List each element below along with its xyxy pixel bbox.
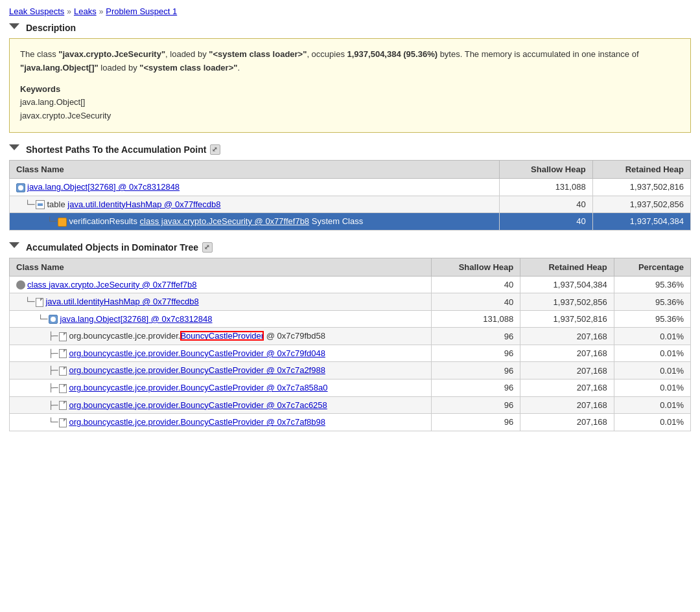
dominator-title: Accumulated Objects in Dominator Tree xyxy=(26,242,198,253)
tree-prefix-sp3: └─ xyxy=(47,217,56,226)
shortest-paths-table: Class Name Shallow Heap Retained Heap ja… xyxy=(9,160,691,231)
dt-row-4-retained: 207,168 xyxy=(520,328,614,345)
tree-prefix-dt5: ├─ xyxy=(49,349,58,358)
col-retained-dt: Retained Heap xyxy=(520,258,614,276)
file-icon-dt7 xyxy=(59,384,67,393)
dt-row-2-name: └─java.util.IdentityHashMap @ 0x77ffecdb… xyxy=(10,293,432,311)
keywords-label: Keywords xyxy=(20,83,680,96)
dominator-external-icon[interactable] xyxy=(202,242,213,253)
tree-prefix-dt3: └─ xyxy=(38,315,47,324)
dt-row-3-link[interactable]: java.lang.Object[32768] @ 0x7c8312848 xyxy=(60,314,212,324)
description-collapse-icon[interactable] xyxy=(9,23,19,33)
dt-row-9-retained: 207,168 xyxy=(520,414,614,431)
tree-prefix-dt6: ├─ xyxy=(49,366,58,375)
dt-row-8-name: ├─org.bouncycastle.jce.provider.BouncyCa… xyxy=(10,396,432,414)
dt-row-7-link[interactable]: org.bouncycastle.jce.provider.BouncyCast… xyxy=(69,383,327,392)
dt-row-4-link[interactable]: BouncyCastleProvider xyxy=(180,331,264,341)
tree-prefix-sp2: └─ xyxy=(25,200,34,209)
class-icon-sp3 xyxy=(58,218,67,227)
shortest-paths-section-header: Shortest Paths To the Accumulation Point xyxy=(9,144,691,155)
col-retained-sp: Retained Heap xyxy=(592,160,690,178)
breadcrumb-sep-1: » xyxy=(67,7,71,16)
dt-row-9-shallow: 96 xyxy=(432,414,520,431)
dt-row-7-shallow: 96 xyxy=(432,380,520,397)
dt-row-3-pct: 95.36% xyxy=(614,310,690,328)
sp-row-1-link[interactable]: java.lang.Object[32768] @ 0x7c8312848 xyxy=(27,182,180,192)
dt-row-7-name: ├─org.bouncycastle.jce.provider.BouncyCa… xyxy=(10,380,432,397)
tree-prefix-dt2: └─ xyxy=(25,297,34,306)
shortest-paths-external-icon[interactable] xyxy=(210,144,220,155)
shortest-paths-collapse-icon[interactable] xyxy=(9,144,19,154)
dt-row-1-retained: 1,937,504,384 xyxy=(520,276,614,293)
dt-row-9-link[interactable]: org.bouncycastle.jce.provider.BouncyCast… xyxy=(69,417,325,427)
dominator-section-header: Accumulated Objects in Dominator Tree xyxy=(9,242,691,253)
dt-row-8-retained: 207,168 xyxy=(520,396,614,414)
dt-row-7-retained: 207,168 xyxy=(520,380,614,397)
file-icon-dt6 xyxy=(59,367,67,376)
tree-prefix-dt9: └─ xyxy=(49,418,58,427)
file-icon-dt9 xyxy=(59,418,67,427)
sp-row-1-retained: 1,937,502,816 xyxy=(592,178,690,196)
sp-row-1: java.lang.Object[32768] @ 0x7c8312848 13… xyxy=(10,178,691,196)
dt-row-5-link[interactable]: org.bouncycastle.jce.provider.BouncyCast… xyxy=(69,348,325,358)
dt-row-4-name: ├─org.bouncycastle.jce.provider.BouncyCa… xyxy=(10,328,432,345)
dt-row-4-shallow: 96 xyxy=(432,328,520,345)
dt-row-4: ├─org.bouncycastle.jce.provider.BouncyCa… xyxy=(10,328,691,345)
sp-row-3-suffix: System Class xyxy=(309,216,363,226)
obj-icon-sp1 xyxy=(16,183,25,192)
description-section-header: Description xyxy=(9,23,691,33)
sp-row-3-shallow: 40 xyxy=(500,213,592,231)
dt-row-5-retained: 207,168 xyxy=(520,345,614,362)
dt-row-1-name: class javax.crypto.JceSecurity @ 0x77ffe… xyxy=(10,276,432,293)
dt-row-2-link[interactable]: java.util.IdentityHashMap @ 0x77ffecdb8 xyxy=(45,297,198,306)
dt-row-2-retained: 1,937,502,856 xyxy=(520,293,614,311)
dt-row-5-name: ├─org.bouncycastle.jce.provider.BouncyCa… xyxy=(10,345,432,362)
dominator-collapse-icon[interactable] xyxy=(9,242,19,252)
breadcrumb-leaks[interactable]: Leaks xyxy=(74,6,97,16)
dominator-header-row: Class Name Shallow Heap Retained Heap Pe… xyxy=(10,258,691,276)
file-icon-dt4 xyxy=(59,332,67,341)
sp-row-2-link[interactable]: java.util.IdentityHashMap @ 0x77ffecdb8 xyxy=(67,199,220,209)
sp-row-3-link[interactable]: class javax.crypto.JceSecurity @ 0x77ffe… xyxy=(140,216,310,226)
dt-row-3-shallow: 131,088 xyxy=(432,310,520,328)
dt-row-2-shallow: 40 xyxy=(432,293,520,311)
dt-row-7-pct: 0.01% xyxy=(614,380,690,397)
table-icon-sp2 xyxy=(36,200,45,209)
obj-icon-dt3 xyxy=(49,315,58,324)
description-title: Description xyxy=(26,23,76,33)
dt-row-8-pct: 0.01% xyxy=(614,396,690,414)
dt-row-8-link[interactable]: org.bouncycastle.jce.provider.BouncyCast… xyxy=(69,400,327,410)
sp-row-2-retained: 1,937,502,856 xyxy=(592,196,690,213)
dt-row-6-link[interactable]: org.bouncycastle.jce.provider.BouncyCast… xyxy=(69,365,325,375)
breadcrumb-problem-suspect[interactable]: Problem Suspect 1 xyxy=(106,6,177,16)
col-class-name-sp: Class Name xyxy=(10,160,500,178)
sp-row-3-retained: 1,937,504,384 xyxy=(592,213,690,231)
sp-row-1-shallow: 131,088 xyxy=(500,178,592,196)
file-icon-dt8 xyxy=(59,401,67,410)
dt-row-3: └─java.lang.Object[32768] @ 0x7c8312848 … xyxy=(10,310,691,328)
tree-prefix-dt7: ├─ xyxy=(49,383,58,392)
description-box: The class "javax.crypto.JceSecurity", lo… xyxy=(9,38,691,133)
file-icon-dt5 xyxy=(59,349,67,358)
col-percentage-dt: Percentage xyxy=(614,258,690,276)
sp-row-2-name: └─table java.util.IdentityHashMap @ 0x77… xyxy=(10,196,500,213)
dt-row-3-name: └─java.lang.Object[32768] @ 0x7c8312848 xyxy=(10,310,432,328)
breadcrumb-sep-2: » xyxy=(99,7,104,16)
dt-row-9: └─org.bouncycastle.jce.provider.BouncyCa… xyxy=(10,414,691,431)
dt-row-1-link[interactable]: class javax.crypto.JceSecurity @ 0x77ffe… xyxy=(27,280,197,289)
col-shallow-dt: Shallow Heap xyxy=(432,258,520,276)
dt-row-2: └─java.util.IdentityHashMap @ 0x77ffecdb… xyxy=(10,293,691,311)
sp-row-2-pre: table xyxy=(47,199,67,209)
dt-row-1: class javax.crypto.JceSecurity @ 0x77ffe… xyxy=(10,276,691,293)
dt-row-6-retained: 207,168 xyxy=(520,362,614,380)
dt-row-8: ├─org.bouncycastle.jce.provider.BouncyCa… xyxy=(10,396,691,414)
tree-prefix-dt8: ├─ xyxy=(49,401,58,410)
breadcrumb: Leak Suspects » Leaks » Problem Suspect … xyxy=(9,6,691,16)
dt-row-4-addr: @ 0x7c79fbd58 xyxy=(264,331,325,341)
keyword-1: java.lang.Object[] xyxy=(20,96,680,109)
sp-row-3: └─verificationResults class javax.crypto… xyxy=(10,213,691,231)
breadcrumb-leak-suspects[interactable]: Leak Suspects xyxy=(9,6,64,16)
sp-row-2-shallow: 40 xyxy=(500,196,592,213)
tree-prefix-dt4: ├─ xyxy=(49,332,58,341)
dt-row-9-pct: 0.01% xyxy=(614,414,690,431)
